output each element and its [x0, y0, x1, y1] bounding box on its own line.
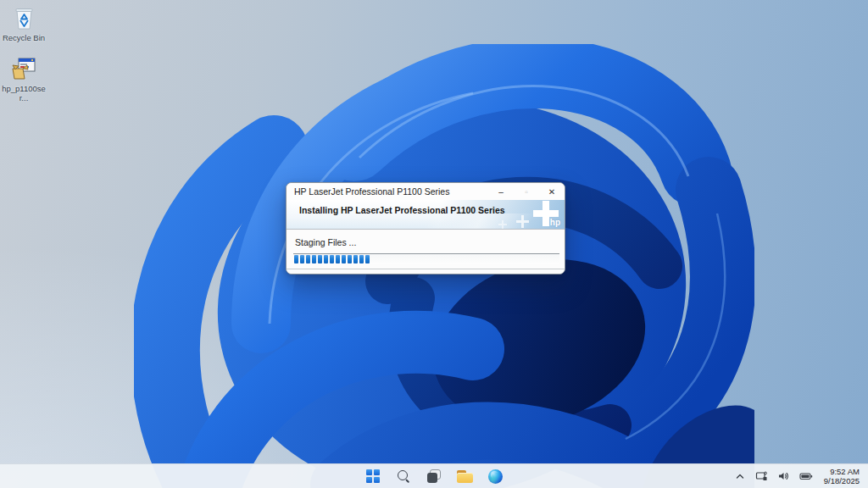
task-view-icon	[427, 469, 442, 483]
file-explorer-button[interactable]	[454, 466, 475, 486]
install-status-text: Staging Files ...	[295, 237, 356, 247]
desktop-icon-list: Recycle Bin hp_p1100ser...	[2, 3, 46, 114]
battery-icon	[799, 470, 813, 482]
search-button[interactable]	[393, 466, 414, 486]
installer-heading: Installing HP LaserJet Professional P110…	[299, 205, 505, 215]
volume-icon	[777, 470, 790, 482]
task-view-button[interactable]	[424, 466, 444, 486]
install-progress-bar	[293, 253, 559, 264]
desktop-icon-label: hp_p1100ser...	[2, 84, 46, 103]
taskbar-center-icons	[363, 466, 505, 486]
start-button[interactable]	[363, 466, 383, 486]
installer-window: HP LaserJet Professional P1100 Series – …	[286, 182, 565, 274]
system-tray: 9:52 AM 9/18/2025	[732, 464, 863, 488]
volume-tray-button[interactable]	[776, 469, 792, 484]
recycle-bin-icon	[13, 5, 36, 30]
tray-overflow-button[interactable]	[732, 469, 748, 484]
battery-tray-button[interactable]	[798, 469, 815, 484]
maximize-button: ▫	[514, 183, 539, 200]
edge-browser-icon	[488, 469, 503, 484]
desktop-icon-label: Recycle Bin	[2, 33, 46, 42]
window-title: HP LaserJet Professional P1100 Series	[287, 186, 488, 197]
progress-fill	[293, 254, 559, 264]
installer-banner: hp Installing HP LaserJet Professional P…	[287, 200, 565, 229]
clock-time: 9:52 AM	[824, 467, 860, 476]
hp-plus-icon	[516, 215, 529, 228]
window-caption-buttons: – ▫ ✕	[488, 183, 565, 200]
network-icon	[755, 470, 768, 482]
desktop-background: Recycle Bin hp_p1100ser...	[0, 0, 868, 488]
hp-logo: hp	[550, 218, 560, 227]
footer-separator	[287, 269, 565, 269]
window-titlebar[interactable]: HP LaserJet Professional P1100 Series – …	[287, 183, 565, 200]
network-tray-button[interactable]	[754, 469, 770, 484]
desktop-icon-hp-installer[interactable]: hp_p1100ser...	[2, 54, 46, 103]
folder-icon	[457, 470, 473, 483]
hp-plus-icon	[498, 220, 507, 229]
search-icon	[397, 469, 410, 483]
chevron-up-icon	[734, 470, 746, 482]
taskbar-clock[interactable]: 9:52 AM 9/18/2025	[821, 466, 863, 486]
taskbar: 9:52 AM 9/18/2025	[0, 463, 868, 488]
edge-browser-button[interactable]	[485, 466, 505, 486]
windows-start-icon	[366, 469, 380, 483]
installer-body: Staging Files ...	[287, 230, 565, 274]
close-button[interactable]: ✕	[539, 183, 565, 200]
installer-setup-icon	[11, 58, 36, 81]
clock-date: 9/18/2025	[824, 476, 860, 485]
desktop-icon-recycle-bin[interactable]: Recycle Bin	[2, 3, 46, 42]
minimize-button[interactable]: –	[488, 183, 514, 200]
